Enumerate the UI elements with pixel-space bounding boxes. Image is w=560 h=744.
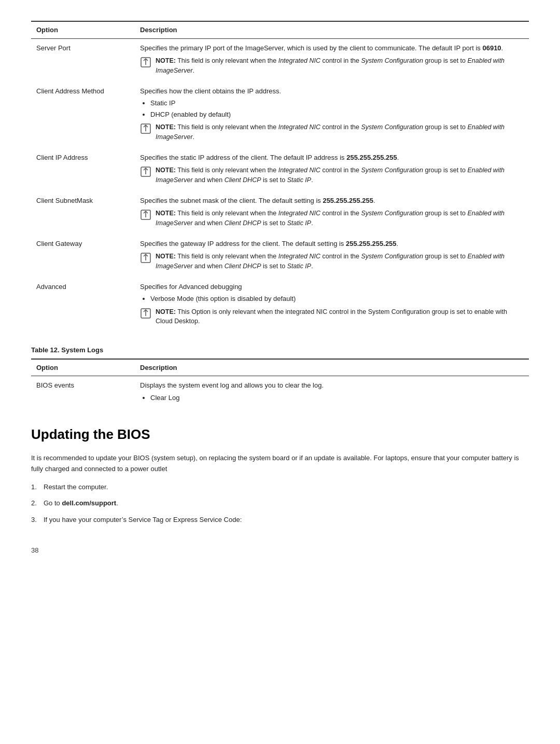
col-header-option: Option [31, 21, 135, 38]
table-row: Server Port Specifies the primary IP por… [31, 38, 529, 82]
description-cell: Specifies the subnet mask of the client.… [135, 191, 529, 235]
note-block: NOTE: This field is only relevant when t… [140, 166, 524, 185]
description-cell: Specifies the gateway IP address for the… [135, 235, 529, 278]
option-label: Advanced [31, 278, 135, 333]
section-title: Updating the BIOS [31, 424, 529, 445]
bullet-list: Static IP DHCP (enabled by default) [150, 98, 524, 119]
col-header-description: Description [135, 21, 529, 38]
table-row: BIOS events Displays the system event lo… [31, 376, 529, 409]
list-item: Verbose Mode (this option is disabled by… [150, 294, 524, 304]
table12-caption: Table 12. System Logs [31, 345, 529, 355]
note-icon [140, 166, 151, 177]
option-label: Client SubnetMask [31, 191, 135, 235]
step-2: Go to dell.com/support. [41, 498, 529, 508]
table-row: Client SubnetMask Specifies the subnet m… [31, 191, 529, 235]
desc-text: Specifies how the client obtains the IP … [140, 87, 281, 95]
step-2-text: Go to dell.com/support. [44, 499, 118, 507]
description-cell: Displays the system event log and allows… [135, 376, 529, 409]
table-row: Advanced Specifies for Advanced debuggin… [31, 278, 529, 333]
note-text: NOTE: This field is only relevant when t… [156, 252, 524, 271]
note-text: NOTE: This field is only relevant when t… [156, 209, 524, 228]
option-label: Client IP Address [31, 148, 135, 191]
desc-text: Specifies the static IP address of the c… [140, 154, 399, 161]
desc-text: Specifies the subnet mask of the client.… [140, 197, 375, 204]
note-text: NOTE: This Option is only relevant when … [156, 307, 524, 327]
desc-text: Specifies for Advanced debugging [140, 283, 242, 291]
note-text: NOTE: This field is only relevant when t… [156, 122, 524, 142]
bullet-list: Clear Log [150, 393, 524, 403]
step-3: If you have your computer’s Service Tag … [41, 515, 529, 525]
list-item: Static IP [150, 98, 524, 108]
option-label: BIOS events [31, 376, 135, 409]
list-item: Clear Log [150, 393, 524, 403]
description-cell: Specifies the primary IP port of the Ima… [135, 38, 529, 82]
table-row: Client Gateway Specifies the gateway IP … [31, 235, 529, 278]
note-block: NOTE: This field is only relevant when t… [140, 209, 524, 228]
page-number: 38 [31, 545, 529, 556]
description-cell: Specifies for Advanced debugging Verbose… [135, 278, 529, 333]
intro-paragraph: It is recommended to update your BIOS (s… [31, 453, 529, 475]
note-block: NOTE: This field is only relevant when t… [140, 122, 524, 142]
desc-text: Displays the system event log and allows… [140, 381, 324, 389]
note-text: NOTE: This field is only relevant when t… [156, 166, 524, 185]
note-icon [140, 57, 151, 68]
note-block: NOTE: This field is only relevant when t… [140, 252, 524, 271]
steps-list: Restart the computer. Go to dell.com/sup… [41, 482, 529, 525]
option-label: Client Address Method [31, 82, 135, 148]
system-logs-table: Option Description BIOS events Displays … [31, 359, 529, 409]
step-1: Restart the computer. [41, 482, 529, 492]
description-cell: Specifies how the client obtains the IP … [135, 82, 529, 148]
network-options-table: Option Description Server Port Specifies… [31, 21, 529, 333]
note-block: NOTE: This field is only relevant when t… [140, 56, 524, 76]
note-block: NOTE: This Option is only relevant when … [140, 307, 524, 327]
note-icon [140, 209, 151, 221]
note-icon [140, 252, 151, 264]
table-row: Client Address Method Specifies how the … [31, 82, 529, 148]
table-row: Client IP Address Specifies the static I… [31, 148, 529, 191]
col-header-option: Option [31, 359, 135, 376]
note-icon [140, 308, 151, 319]
description-cell: Specifies the static IP address of the c… [135, 148, 529, 191]
desc-text: Specifies the gateway IP address for the… [140, 240, 398, 247]
note-icon [140, 123, 151, 134]
note-text: NOTE: This field is only relevant when t… [156, 56, 524, 76]
bullet-list: Verbose Mode (this option is disabled by… [150, 294, 524, 304]
desc-text: Specifies the primary IP port of the Ima… [140, 44, 503, 52]
option-label: Client Gateway [31, 235, 135, 278]
col-header-description: Description [135, 359, 529, 376]
option-label: Server Port [31, 38, 135, 82]
list-item: DHCP (enabled by default) [150, 109, 524, 120]
